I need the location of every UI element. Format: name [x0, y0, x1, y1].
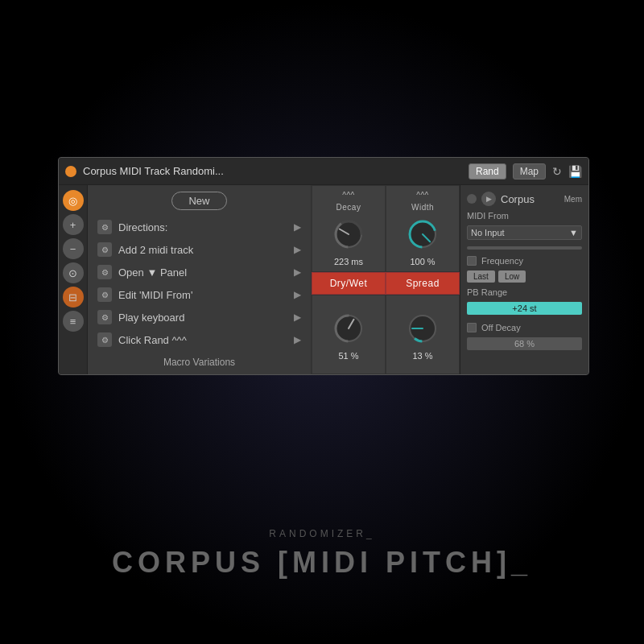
sidebar-icon-add[interactable]: +	[63, 214, 84, 235]
corpus-off-decay-checkbox-row: Off Decay	[467, 323, 582, 332]
corpus-pb-range-label: PB Range	[467, 287, 582, 297]
content-area: ◎ + − ⊙ ⊟ ≡ New ⚙ Directions: ▶ ⚙ Add 2 …	[59, 185, 588, 374]
decay-label: Decay	[336, 203, 361, 212]
refresh-icon[interactable]: ↻	[552, 165, 562, 178]
spread-knob[interactable]	[403, 309, 442, 348]
drywet-knob[interactable]	[329, 309, 368, 348]
rand-button[interactable]: Rand	[469, 163, 506, 180]
corpus-off-decay-value[interactable]: 68 %	[467, 337, 582, 350]
drywet-value: 51 %	[338, 351, 358, 361]
title-bar: Corpus MIDI Track Randomi... Rand Map ↻ …	[59, 158, 588, 185]
corpus-bar	[467, 246, 582, 250]
map-button[interactable]: Map	[513, 163, 546, 180]
decay-value: 223 ms	[334, 257, 363, 266]
corpus-last-btn[interactable]: Last	[467, 270, 495, 283]
spread-knob-cell[interactable]: 13 %	[386, 295, 460, 374]
corpus-off-decay-row: Off Decay	[467, 323, 582, 332]
directions-icon: ⚙	[97, 220, 112, 234]
add-midi-arrow: ▶	[294, 244, 301, 255]
corpus-off-decay-checkbox[interactable]	[467, 323, 477, 332]
main-panel: New ⚙ Directions: ▶ ⚙ Add 2 midi track ▶…	[88, 185, 311, 374]
sidebar: ◎ + − ⊙ ⊟ ≡	[59, 185, 88, 374]
corpus-midi-from-label: MIDI From	[467, 211, 582, 221]
corpus-header: ▶ Corpus Mem	[467, 192, 582, 206]
add-midi-icon: ⚙	[97, 242, 112, 257]
click-rand-icon: ⚙	[97, 332, 112, 347]
new-button[interactable]: New	[171, 192, 226, 210]
knobs-panel: ^^^ Decay 223 ms ^^^ Width	[311, 185, 460, 374]
spread-value: 13 %	[412, 351, 432, 361]
corpus-play-button[interactable]: ▶	[481, 192, 496, 206]
menu-item-click-rand-label: Click Rand ^^^	[118, 334, 187, 346]
play-keyboard-icon: ⚙	[97, 310, 112, 324]
play-keyboard-arrow: ▶	[294, 312, 301, 323]
save-icon[interactable]: 💾	[568, 165, 582, 178]
corpus-mem-label: Mem	[564, 195, 582, 204]
corpus-select-arrow: ▼	[569, 228, 578, 237]
directions-arrow: ▶	[294, 221, 301, 233]
footer: RANDOMIZER_ CORPUS [MIDI PITCH]_	[0, 528, 644, 580]
width-top-label: ^^^	[416, 191, 429, 200]
menu-item-open-panel[interactable]: ⚙ Open ▼ Panel ▶	[94, 263, 304, 281]
corpus-freq-btn-row: Last Low	[467, 270, 582, 283]
corpus-title: Corpus	[501, 193, 535, 205]
decay-knob[interactable]	[329, 215, 368, 254]
sidebar-icon-remove[interactable]: −	[63, 238, 84, 259]
menu-item-directions[interactable]: ⚙ Directions: ▶	[94, 218, 304, 236]
spread-label-cell: Spread	[386, 272, 460, 295]
knobs-row-top: ^^^ Decay 223 ms ^^^ Width	[312, 185, 460, 272]
footer-title: CORPUS [MIDI PITCH]_	[0, 546, 644, 580]
sidebar-icon-midi[interactable]: ◎	[63, 190, 84, 211]
corpus-low-btn[interactable]: Low	[498, 270, 526, 283]
sidebar-icon-list[interactable]: ≡	[63, 311, 84, 332]
plugin-window: Corpus MIDI Track Randomi... Rand Map ↻ …	[58, 157, 589, 375]
width-label: Width	[411, 203, 434, 212]
drywet-knob-cell[interactable]: 51 %	[312, 295, 386, 374]
open-panel-icon: ⚙	[97, 265, 112, 279]
menu-item-add-midi-label: Add 2 midi track	[118, 244, 193, 256]
edit-midi-arrow: ▶	[294, 289, 301, 300]
title-dot	[65, 166, 76, 177]
footer-subtitle: RANDOMIZER_	[0, 528, 644, 539]
corpus-off-decay-label: Off Decay	[481, 323, 521, 332]
menu-item-play-keyboard-label: Play keyboard	[118, 312, 184, 324]
edit-midi-icon: ⚙	[97, 287, 112, 302]
corpus-panel: ▶ Corpus Mem MIDI From No Input ▼ Freque…	[460, 185, 588, 374]
knobs-row-bottom: 51 % 13 %	[312, 295, 460, 374]
menu-item-add-midi[interactable]: ⚙ Add 2 midi track ▶	[94, 241, 304, 258]
corpus-power-dot[interactable]	[467, 194, 477, 204]
menu-item-play-keyboard[interactable]: ⚙ Play keyboard ▶	[94, 308, 304, 326]
sidebar-icon-camera[interactable]: ⊙	[63, 262, 84, 283]
open-panel-arrow: ▶	[294, 266, 301, 278]
spread-label: Spread	[406, 278, 440, 289]
corpus-frequency-checkbox[interactable]	[467, 256, 477, 266]
drywet-label: Dry/Wet	[330, 278, 368, 289]
menu-item-edit-midi-label: Edit 'MIDI From'	[118, 289, 192, 301]
decay-knob-cell[interactable]: ^^^ Decay 223 ms	[312, 185, 386, 272]
sidebar-icon-minus[interactable]: ⊟	[63, 287, 84, 308]
corpus-midi-from-select[interactable]: No Input ▼	[467, 225, 582, 240]
drywet-label-cell: Dry/Wet	[312, 272, 386, 295]
width-knob-cell[interactable]: ^^^ Width 100 %	[386, 185, 460, 272]
plugin-title: Corpus MIDI Track Randomi...	[83, 165, 462, 177]
corpus-pb-range-value[interactable]: +24 st	[467, 302, 582, 315]
corpus-frequency-label: Frequency	[481, 256, 523, 266]
menu-item-directions-label: Directions:	[118, 221, 167, 233]
macro-variations[interactable]: Macro Variations	[94, 357, 304, 368]
knobs-row-labels: Dry/Wet Spread	[312, 272, 460, 295]
width-knob[interactable]	[403, 215, 442, 254]
corpus-no-input: No Input	[471, 228, 505, 237]
click-rand-arrow: ▶	[294, 334, 301, 345]
menu-item-edit-midi[interactable]: ⚙ Edit 'MIDI From' ▶	[94, 286, 304, 303]
menu-item-open-panel-label: Open ▼ Panel	[118, 266, 187, 279]
plugin-window-container: Corpus MIDI Track Randomi... Rand Map ↻ …	[58, 157, 589, 375]
decay-top-label: ^^^	[342, 191, 355, 200]
width-value: 100 %	[410, 257, 435, 266]
menu-item-click-rand[interactable]: ⚙ Click Rand ^^^ ▶	[94, 331, 304, 349]
corpus-frequency-row: Frequency	[467, 256, 582, 266]
